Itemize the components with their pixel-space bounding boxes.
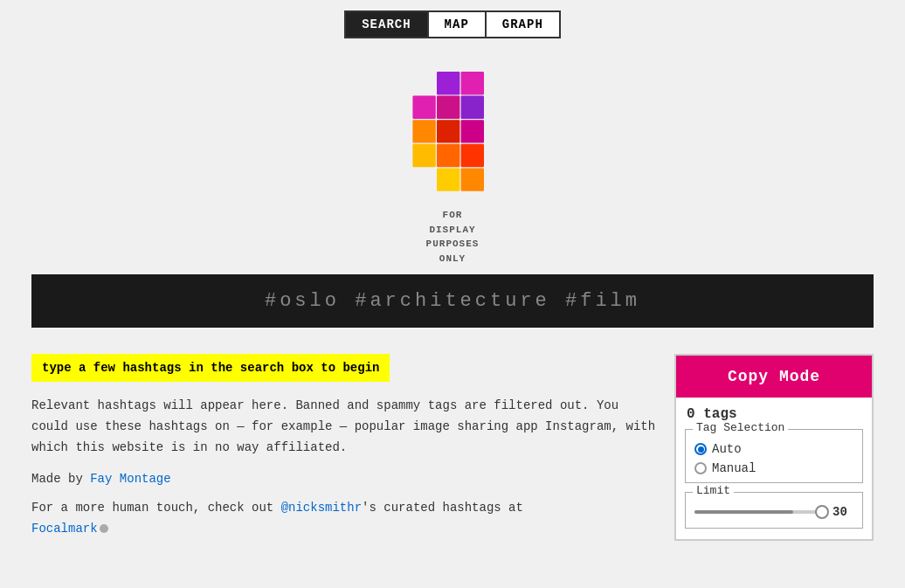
description-text: Relevant hashtags will appear here. Bann…: [31, 396, 657, 458]
description-content: Relevant hashtags will appear here. Bann…: [31, 398, 655, 454]
fay-montage-link[interactable]: Fay Montage: [90, 472, 170, 486]
focalmark-link[interactable]: Focalmark: [31, 522, 98, 536]
limit-slider-row: 30: [694, 505, 853, 519]
svg-rect-9: [437, 144, 459, 167]
search-tab[interactable]: SEARCH: [344, 10, 426, 38]
svg-rect-1: [461, 72, 484, 94]
svg-rect-7: [461, 120, 484, 142]
hashtag-bar: #oslo #architecture #film: [31, 274, 874, 328]
hashtag-bar-text: #oslo #architecture #film: [265, 290, 640, 312]
main-content: type a few hashtags in the search box to…: [0, 328, 905, 541]
slider-track: [694, 510, 826, 514]
svg-rect-2: [412, 96, 435, 119]
manual-radio-row: Manual: [694, 461, 853, 475]
graph-tab[interactable]: GRAPH: [485, 10, 561, 38]
focalmark-dot: [100, 524, 108, 533]
svg-rect-8: [412, 144, 435, 167]
svg-rect-10: [461, 144, 484, 167]
auto-label: Auto: [712, 442, 742, 456]
hint-box: type a few hashtags in the search box to…: [31, 354, 390, 382]
more-text-prefix: For a more human touch, check out: [31, 501, 273, 515]
more-text-line: For a more human touch, check out @nicks…: [31, 498, 657, 540]
logo-subtitle: FOR DISPLAY PURPOSES ONLY: [426, 208, 480, 266]
slider-value: 30: [832, 505, 853, 519]
tag-selection-group: Tag Selection Auto Manual: [685, 429, 863, 483]
svg-rect-5: [412, 120, 435, 142]
svg-rect-0: [437, 72, 459, 94]
svg-rect-11: [437, 168, 459, 190]
more-text-suffix: 's curated hashtags at: [362, 501, 523, 515]
copy-mode-button[interactable]: Copy Mode: [676, 356, 872, 398]
manual-radio[interactable]: [694, 462, 707, 474]
tags-count-text: 0 tags: [687, 406, 737, 422]
auto-radio[interactable]: [694, 443, 707, 455]
nick-link[interactable]: @nicksmithr: [281, 501, 362, 515]
limit-group: Limit 30: [685, 492, 863, 529]
made-by-label: Made by: [31, 472, 83, 486]
logo-image: [400, 65, 505, 204]
tag-selection-legend: Tag Selection: [693, 421, 788, 434]
slider-fill: [694, 510, 793, 514]
svg-rect-4: [461, 96, 484, 119]
svg-rect-12: [461, 168, 484, 190]
svg-rect-3: [437, 96, 459, 119]
manual-label: Manual: [712, 461, 756, 475]
logo-area: FOR DISPLAY PURPOSES ONLY: [0, 47, 905, 274]
hint-text: type a few hashtags in the search box to…: [42, 361, 379, 375]
limit-legend: Limit: [693, 484, 734, 497]
copy-mode-box: Copy Mode 0 tags Tag Selection Auto Manu…: [674, 354, 874, 541]
map-tab[interactable]: MAP: [427, 10, 485, 38]
left-panel: type a few hashtags in the search box to…: [31, 354, 657, 541]
made-by-line: Made by Fay Montage: [31, 472, 657, 486]
auto-radio-row: Auto: [694, 442, 853, 456]
svg-rect-6: [437, 120, 459, 142]
top-navigation: SEARCH MAP GRAPH: [0, 0, 905, 47]
copy-mode-label: Copy Mode: [728, 368, 820, 385]
right-panel: Copy Mode 0 tags Tag Selection Auto Manu…: [674, 354, 874, 541]
slider-thumb[interactable]: [815, 505, 829, 519]
